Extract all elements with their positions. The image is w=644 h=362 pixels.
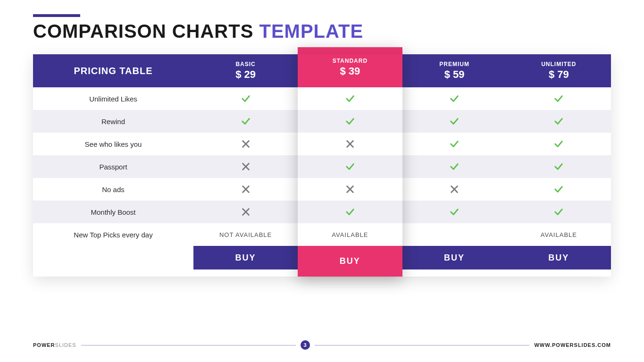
check-icon [449,93,460,104]
check-icon [449,139,460,149]
plan-value [402,110,507,133]
footer: POWERSLIDES 3 WWW.POWERSLIDES.COM [33,340,611,350]
cross-icon [345,139,355,149]
pricing-table: PRICING TABLEUnlimited LikesRewindSee wh… [33,54,611,277]
footer-url: WWW.POWERSLIDES.COM [534,342,611,348]
check-icon [553,207,564,217]
plan-value [193,178,298,201]
cross-icon [449,184,460,194]
plan-value [507,110,611,133]
plan-value [298,201,402,223]
feature-label: Rewind [33,110,193,133]
plan-value [402,155,507,178]
plan-value [507,178,611,201]
plan-value [193,201,298,223]
feature-label: Unlimited Likes [33,87,193,110]
check-icon [345,93,355,104]
check-icon [345,207,355,217]
plan-value [402,87,507,110]
check-icon [553,116,564,126]
plan-value [298,110,402,133]
plan-value [298,87,402,110]
cross-icon [345,184,355,194]
check-icon [241,116,251,126]
plan-value: AVAILABLE [507,223,611,246]
buy-button[interactable]: BUY [507,246,611,269]
page-number: 3 [301,340,310,350]
check-icon [241,93,251,104]
check-icon [449,161,460,172]
cross-icon [241,139,251,149]
feature-label: Passport [33,155,193,178]
plan-value [298,178,402,201]
plan-value: AVAILABLE [298,223,402,246]
plan-value [402,201,507,223]
plan-value: NOT AVAILABLE [193,223,298,246]
plan-header: UNLIMITED$ 79 [507,54,611,87]
cross-icon [241,184,251,194]
plan-header: PREMIUM$ 59 [402,54,507,87]
plan-value [298,133,402,155]
plan-header: BASIC$ 29 [193,54,298,87]
plan-column-premium: PREMIUM$ 59BUY [402,54,507,277]
buy-button[interactable]: BUY [402,246,507,269]
feature-label: New Top Picks every day [33,223,193,246]
plan-column-basic: BASIC$ 29NOT AVAILABLEBUY [193,54,298,277]
plan-value [193,110,298,133]
plan-column-unlimited: UNLIMITED$ 79AVAILABLEBUY [507,54,611,277]
plan-value [193,155,298,178]
feature-label: See who likes you [33,133,193,155]
plan-value [402,223,507,246]
plan-value [193,87,298,110]
buy-button[interactable]: BUY [193,246,298,269]
plan-column-standard: STANDARD$ 39AVAILABLEBUY [298,47,402,277]
brand: POWER [33,342,55,348]
buy-button[interactable]: BUY [298,246,402,277]
plan-value [193,133,298,155]
accent-bar [33,14,80,17]
plan-value [402,133,507,155]
cross-icon [241,207,251,217]
pricing-header: PRICING TABLE [33,54,193,87]
page-title: COMPARISON CHARTS TEMPLATE [33,21,611,42]
plan-value [507,155,611,178]
check-icon [553,93,564,104]
check-icon [449,207,460,217]
feature-label: Monthly Boost [33,201,193,223]
plan-header: STANDARD$ 39 [298,47,402,87]
plan-value [507,201,611,223]
title-part-a: COMPARISON CHARTS [33,21,259,42]
check-icon [553,184,564,194]
cross-icon [241,161,251,172]
check-icon [553,161,564,172]
plan-value [298,155,402,178]
check-icon [345,116,355,126]
check-icon [449,116,460,126]
plan-value [507,133,611,155]
feature-label: No ads [33,178,193,201]
plan-value [507,87,611,110]
plan-value [402,178,507,201]
check-icon [345,161,355,172]
check-icon [553,139,564,149]
title-part-b: TEMPLATE [259,21,363,42]
